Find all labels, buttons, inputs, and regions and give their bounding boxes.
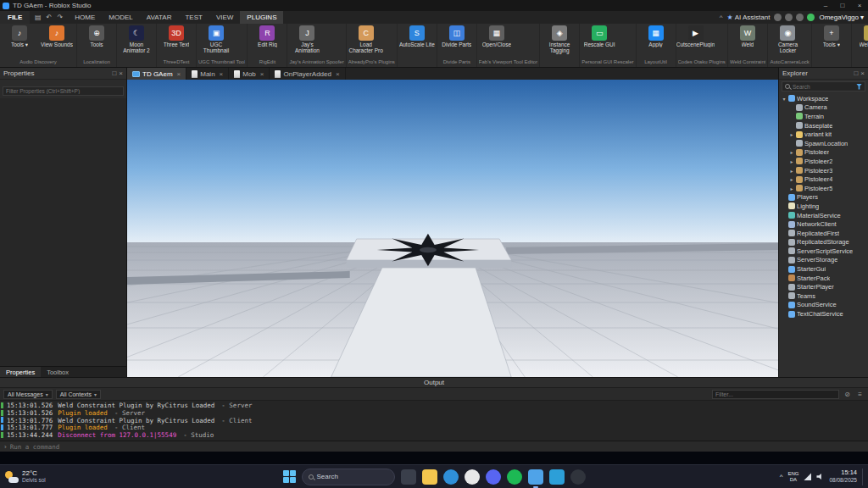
- explorer-item-players[interactable]: Players: [779, 193, 868, 202]
- plugin-button-tools[interactable]: ♪Tools ▾: [2, 25, 37, 47]
- expand-arrow-icon[interactable]: ▸: [789, 186, 794, 191]
- close-tab-icon[interactable]: ×: [177, 70, 181, 78]
- run-command-input[interactable]: [10, 443, 864, 451]
- plugin-button-jay-s-animation-spoofer[interactable]: JJay's Animation Spoofer: [289, 25, 325, 54]
- explorer-item-replicatedfirst[interactable]: ReplicatedFirst: [779, 229, 868, 238]
- viewport-tab-td-gaem[interactable]: TD GAem×: [127, 68, 186, 80]
- plugin-button-moon-animator-2[interactable]: ☾Moon Animator 2: [119, 25, 154, 54]
- tab-properties[interactable]: Properties: [0, 367, 41, 377]
- account-avatar[interactable]: [807, 14, 815, 21]
- explorer-item-pistoleer3[interactable]: ▸Pistoleer3: [779, 166, 868, 175]
- close-panel-icon[interactable]: ×: [119, 69, 123, 77]
- close-tab-icon[interactable]: ×: [336, 70, 340, 78]
- updates-icon[interactable]: [785, 14, 793, 21]
- plugin-button-instance-tagging[interactable]: ◈Instance Tagging: [542, 25, 577, 54]
- wifi-icon[interactable]: [804, 473, 811, 480]
- close-tab-icon[interactable]: ×: [220, 70, 224, 78]
- explorer-item-spawnlocation[interactable]: SpawnLocation: [779, 139, 868, 148]
- expand-arrow-icon[interactable]: ▾: [782, 96, 787, 102]
- undo-icon[interactable]: ↶: [43, 14, 54, 21]
- roblox-studio-icon[interactable]: [528, 469, 543, 485]
- chrome-icon[interactable]: [465, 469, 480, 485]
- explorer-item-camera[interactable]: Camera: [779, 103, 868, 113]
- filter-icon[interactable]: [856, 84, 862, 90]
- menu-tab-model[interactable]: MODEL: [102, 11, 139, 24]
- contexts-filter-dropdown[interactable]: All Contexts ▾: [56, 390, 101, 399]
- close-button[interactable]: ×: [851, 0, 868, 11]
- float-panel-icon[interactable]: □: [854, 69, 858, 77]
- explorer-item-terrain[interactable]: Terrain: [779, 112, 868, 121]
- plugin-button-view-sounds[interactable]: ♪View Sounds: [39, 25, 75, 47]
- output-filter-input[interactable]: [712, 390, 839, 399]
- plugin-button-divide-parts[interactable]: ◫Divide Parts: [439, 25, 475, 47]
- account-menu-button[interactable]: OmegaViggo ▾: [819, 14, 864, 21]
- messages-filter-dropdown[interactable]: All Messages ▾: [3, 390, 53, 399]
- explorer-item-starterpack[interactable]: StarterPack: [779, 274, 868, 283]
- obs-icon[interactable]: [570, 469, 586, 485]
- expand-arrow-icon[interactable]: ▸: [789, 149, 794, 155]
- tray-chevron-icon[interactable]: ^: [780, 473, 783, 480]
- show-desktop-button[interactable]: [862, 469, 865, 485]
- explorer-item-replicatedstorage[interactable]: ReplicatedStorage: [779, 238, 868, 247]
- minimize-button[interactable]: –: [817, 0, 834, 11]
- weather-widget[interactable]: 22°C Delvis sol: [5, 470, 46, 484]
- explorer-item-pistoleer2[interactable]: ▸Pistoleer2: [779, 157, 868, 166]
- volume-icon[interactable]: [816, 473, 824, 480]
- task-view-icon[interactable]: [401, 469, 416, 485]
- plugin-button-tools[interactable]: ⊕Tools: [79, 25, 114, 47]
- plugin-button-cutsceneplugin[interactable]: ▶CutscenePlugin: [678, 25, 714, 47]
- explorer-item-baseplate[interactable]: Baseplate: [779, 121, 868, 130]
- explorer-item-startergui[interactable]: StarterGui: [779, 264, 868, 274]
- close-tab-icon[interactable]: ×: [260, 70, 264, 78]
- discord-icon[interactable]: [486, 469, 501, 485]
- viewport-tab-mob[interactable]: Mob×: [229, 68, 270, 80]
- plugin-button-edit-rig[interactable]: REdit Rig: [249, 25, 285, 47]
- plugin-button-three-text[interactable]: 3DThree Text: [159, 25, 194, 47]
- explorer-item-serverstorage[interactable]: ServerStorage: [779, 256, 868, 265]
- plugin-button-welding[interactable]: ◆Welding ▾: [854, 25, 868, 47]
- explorer-item-pistoleer4[interactable]: ▸Pistoleer4: [779, 175, 868, 184]
- viewport-3d-scene[interactable]: [127, 80, 778, 377]
- explorer-item-materialservice[interactable]: MaterialService: [779, 211, 868, 220]
- explorer-item-variant-kit[interactable]: ▸variant kit: [779, 130, 868, 139]
- plugin-button-tools[interactable]: +Tools ▾: [814, 25, 849, 47]
- file-menu-button[interactable]: FILE: [0, 11, 30, 24]
- ai-assistant-button[interactable]: ★ AI Assistant: [726, 14, 770, 21]
- float-panel-icon[interactable]: □: [112, 69, 116, 77]
- plugin-button-autoscale-lite[interactable]: SAutoScale Lite: [399, 25, 435, 47]
- expand-arrow-icon[interactable]: ▸: [789, 158, 794, 164]
- collapse-ribbon-icon[interactable]: ^: [720, 14, 723, 21]
- explorer-item-teams[interactable]: Teams: [779, 291, 868, 301]
- plugin-button-camera-locker[interactable]: ◉Camera Locker: [770, 25, 805, 54]
- expand-arrow-icon[interactable]: ▸: [789, 131, 794, 137]
- tab-toolbox[interactable]: Toolbox: [41, 367, 75, 377]
- plugin-button-apply[interactable]: ▦Apply: [638, 25, 674, 47]
- menu-tab-home[interactable]: HOME: [68, 11, 102, 24]
- spotify-icon[interactable]: [507, 469, 522, 485]
- menu-tab-plugins[interactable]: PLUGINS: [240, 11, 283, 24]
- edge-icon[interactable]: [443, 469, 459, 485]
- output-settings-icon[interactable]: ≡: [855, 391, 865, 398]
- clear-output-icon[interactable]: ⊘: [843, 391, 852, 398]
- expand-arrow-icon[interactable]: ▸: [789, 168, 794, 174]
- plugin-button-load-character-pro[interactable]: CLoad Character Pro: [348, 25, 384, 54]
- viewport-tab-onplayeradded[interactable]: OnPlayerAdded×: [270, 68, 345, 80]
- start-button[interactable]: [283, 470, 296, 483]
- explorer-item-pistoleer5[interactable]: ▸Pistoleer5: [779, 184, 868, 193]
- explorer-item-soundservice[interactable]: SoundService: [779, 301, 868, 310]
- plugin-button-open-close[interactable]: ▦Open/Close: [479, 25, 515, 47]
- plugin-button-rescale-gui[interactable]: ▭Rescale GUI: [581, 25, 617, 47]
- explorer-item-workspace[interactable]: ▾Workspace: [779, 94, 868, 103]
- maximize-button[interactable]: □: [834, 0, 851, 11]
- file-explorer-icon[interactable]: [422, 469, 437, 485]
- plugin-button-ugc-thumbnail-tool[interactable]: ▣UGC Thumbnail Tool: [198, 25, 234, 54]
- explorer-search-input[interactable]: [793, 84, 854, 90]
- vscode-icon[interactable]: [549, 469, 565, 485]
- expand-arrow-icon[interactable]: ▸: [789, 176, 794, 182]
- plugin-button-weld[interactable]: WWeld: [730, 25, 765, 47]
- explorer-item-serverscriptservice[interactable]: ServerScriptService: [779, 247, 868, 256]
- redo-icon[interactable]: ↷: [54, 14, 65, 21]
- save-icon[interactable]: ▤: [32, 14, 43, 21]
- menu-tab-avatar[interactable]: AVATAR: [140, 11, 179, 24]
- explorer-item-lighting[interactable]: Lighting: [779, 202, 868, 211]
